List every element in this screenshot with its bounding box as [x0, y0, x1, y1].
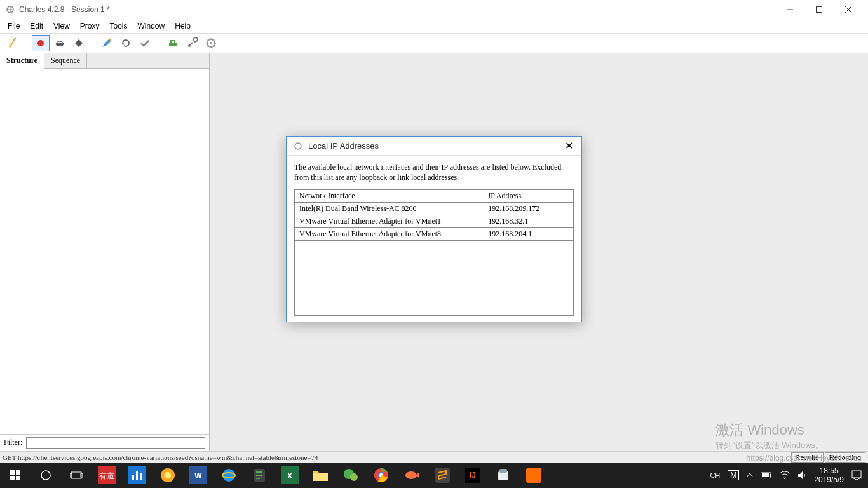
dialog-icon	[293, 141, 303, 151]
svg-rect-36	[313, 473, 328, 481]
tray-chevron-up-icon[interactable]	[743, 463, 757, 488]
start-button[interactable]	[0, 463, 31, 488]
taskbar-app-yellow[interactable]	[153, 463, 183, 488]
svg-rect-47	[499, 469, 507, 473]
toolbar	[0, 33, 868, 53]
dialog-close-icon[interactable]: ✕	[562, 140, 575, 152]
cell-ip: 192.168.32.1	[484, 215, 573, 228]
windows-taskbar: 有道 W X IJ CH M 18:55 2019/5/9	[0, 463, 868, 488]
svg-rect-51	[762, 473, 769, 477]
menu-window[interactable]: Window	[133, 20, 170, 32]
ip-table: Network Interface IP Address Intel(R) Du…	[295, 189, 573, 241]
filter-label: Filter:	[4, 438, 22, 447]
status-text: GET https://clientservices.googleapis.co…	[3, 454, 790, 461]
svg-point-6	[56, 43, 64, 46]
filter-input[interactable]	[26, 437, 205, 449]
wrench-icon[interactable]	[183, 35, 201, 51]
svg-rect-25	[136, 471, 138, 480]
broom-icon[interactable]	[4, 35, 22, 51]
taskbar-app-orange[interactable]	[519, 463, 549, 488]
menu-view[interactable]: View	[48, 20, 75, 32]
svg-rect-24	[132, 475, 134, 480]
table-row[interactable]: Intel(R) Dual Band Wireless-AC 8260192.1…	[295, 203, 573, 215]
taskbar-app-wechat[interactable]	[336, 463, 366, 488]
tray-ime[interactable]: M	[724, 463, 743, 488]
svg-point-11	[210, 42, 212, 44]
tray-date: 2019/5/9	[814, 475, 844, 484]
svg-point-17	[41, 471, 50, 480]
throttle-icon[interactable]	[51, 35, 69, 51]
compose-icon[interactable]	[98, 35, 116, 51]
filter-bar: Filter:	[0, 434, 209, 451]
cell-ip: 192.168.204.1	[484, 228, 573, 241]
svg-rect-46	[498, 471, 508, 480]
left-panel: Structure Sequence Filter:	[0, 53, 210, 451]
tools-icon[interactable]	[164, 35, 182, 51]
svg-rect-13	[10, 470, 15, 475]
window-title: Charles 4.2.8 - Session 1 *	[19, 5, 775, 14]
taskbar-app-ie[interactable]	[214, 463, 244, 488]
tray-volume-icon[interactable]	[794, 463, 810, 488]
svg-text:W: W	[194, 471, 202, 480]
close-button[interactable]	[834, 0, 863, 19]
maximize-button[interactable]	[804, 0, 834, 19]
tab-structure[interactable]: Structure	[0, 53, 44, 69]
taskbar-app-charles[interactable]	[488, 463, 519, 488]
menu-edit[interactable]: Edit	[25, 20, 48, 32]
minimize-button[interactable]	[775, 0, 804, 19]
svg-rect-48	[526, 468, 541, 483]
ip-table-container: Network Interface IP Address Intel(R) Du…	[294, 189, 574, 316]
svg-point-9	[188, 44, 191, 47]
svg-point-28	[165, 472, 171, 478]
tray-lang[interactable]: CH	[706, 463, 724, 488]
taskbar-app-chart[interactable]	[122, 463, 153, 488]
taskbar-app-chrome[interactable]	[366, 463, 397, 488]
breakpoint-icon[interactable]	[70, 35, 88, 51]
tab-sequence[interactable]: Sequence	[44, 53, 87, 68]
svg-rect-50	[770, 474, 771, 477]
cell-iface: Intel(R) Dual Band Wireless-AC 8260	[295, 203, 484, 215]
table-row[interactable]: VMware Virtual Ethernet Adapter for VMne…	[295, 215, 573, 228]
tray-notifications-icon[interactable]	[848, 463, 865, 488]
taskbar-app-excel[interactable]: X	[275, 463, 305, 488]
svg-text:有道: 有道	[99, 471, 114, 480]
dialog-titlebar[interactable]: Local IP Addresses ✕	[287, 137, 581, 156]
svg-rect-26	[140, 473, 142, 480]
menu-tools[interactable]: Tools	[105, 20, 133, 32]
validate-icon[interactable]	[136, 35, 154, 51]
col-interface[interactable]: Network Interface	[295, 190, 484, 203]
taskbar-app-evernote[interactable]	[244, 463, 275, 488]
svg-point-42	[405, 471, 417, 479]
taskview-icon[interactable]	[61, 463, 92, 488]
record-button[interactable]	[32, 35, 50, 51]
svg-rect-14	[16, 470, 20, 475]
svg-point-52	[784, 478, 785, 479]
repeat-icon[interactable]	[117, 35, 135, 51]
cortana-icon[interactable]	[31, 463, 61, 488]
cell-iface: VMware Virtual Ethernet Adapter for VMne…	[295, 228, 484, 241]
tray-clock[interactable]: 18:55 2019/5/9	[810, 463, 848, 488]
table-header-row: Network Interface IP Address	[295, 190, 573, 203]
svg-rect-18	[71, 472, 81, 478]
taskbar-app-sublime[interactable]	[427, 463, 458, 488]
tray-battery-icon[interactable]	[757, 463, 776, 488]
svg-rect-53	[852, 471, 861, 478]
settings-icon[interactable]	[202, 35, 220, 51]
taskbar-app-fish[interactable]	[397, 463, 427, 488]
taskbar-app-word[interactable]: W	[183, 463, 214, 488]
table-row[interactable]: VMware Virtual Ethernet Adapter for VMne…	[295, 228, 573, 241]
local-ip-dialog: Local IP Addresses ✕ The available local…	[286, 136, 582, 322]
taskbar-app-intellij[interactable]: IJ	[458, 463, 488, 488]
svg-point-31	[222, 469, 235, 482]
col-ip[interactable]: IP Address	[484, 190, 573, 203]
session-tree[interactable]	[0, 69, 209, 434]
menu-file[interactable]: File	[3, 20, 25, 32]
taskbar-app-youdao[interactable]: 有道	[92, 463, 122, 488]
svg-point-12	[295, 143, 301, 149]
svg-rect-2	[817, 7, 822, 13]
menu-proxy[interactable]: Proxy	[75, 20, 105, 32]
tray-wifi-icon[interactable]	[776, 463, 794, 488]
menu-help[interactable]: Help	[170, 20, 196, 32]
taskbar-app-explorer[interactable]	[305, 463, 336, 488]
session-tabs: Structure Sequence	[0, 53, 209, 69]
